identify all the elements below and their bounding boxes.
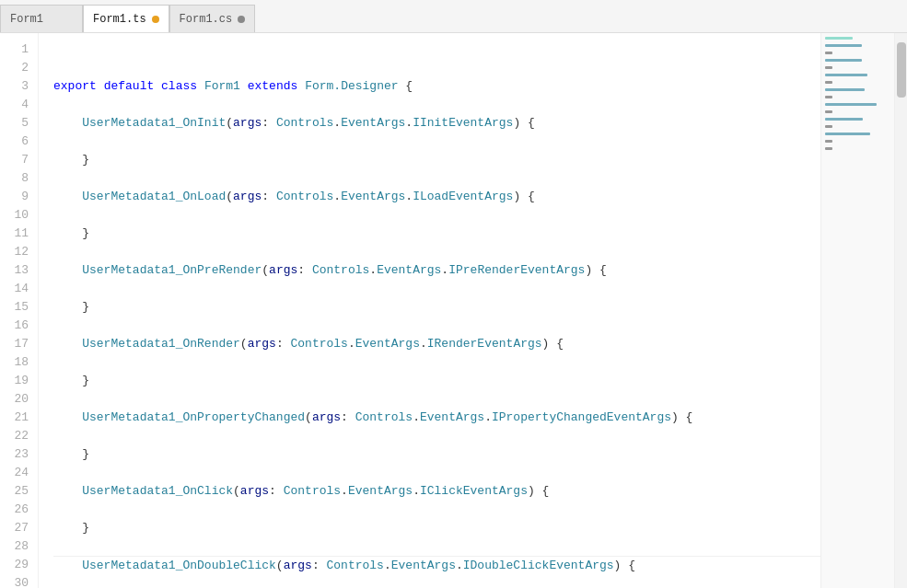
code-line-9: }: [53, 225, 820, 243]
line-number-25: 25: [0, 482, 38, 501]
minimap-line: [825, 59, 862, 62]
minimap-line: [825, 37, 853, 40]
line-number-15: 15: [0, 298, 38, 317]
editor-container: 1234567891011121314151617181920212223242…: [0, 33, 907, 588]
minimap-line: [825, 44, 862, 47]
line-number-27: 27: [0, 519, 38, 537]
line-number-6: 6: [0, 133, 38, 151]
minimap-line: [825, 147, 832, 150]
line-number-2: 2: [0, 59, 38, 77]
line-number-11: 11: [0, 225, 38, 243]
minimap-content: [821, 33, 894, 155]
line-number-1: 1: [0, 40, 38, 59]
tab-bar: Form1 Form1.ts Form1.cs: [0, 0, 907, 33]
code-line-5: }: [53, 151, 820, 169]
code-line-24: [53, 501, 820, 519]
code-line-17: }: [53, 372, 820, 390]
minimap-line: [825, 133, 870, 135]
line-number-8: 8: [0, 169, 38, 188]
code-line-7: UserMetadata1_OnLoad(args: Controls.Even…: [53, 188, 820, 206]
code-line-27: UserMetadata1_OnDoubleClick(args: Contro…: [53, 557, 820, 575]
code-line-4: [53, 133, 820, 151]
code-line-10: [53, 243, 820, 261]
minimap-line: [825, 103, 877, 106]
line-number-28: 28: [0, 537, 38, 556]
code-editor[interactable]: export default class Form1 extends Form.…: [39, 33, 820, 588]
line-number-30: 30: [0, 574, 38, 588]
code-line-2: [53, 96, 820, 114]
code-line-8: [53, 206, 820, 225]
tab-form1-label: Form1: [10, 13, 43, 26]
minimap-line: [825, 140, 832, 143]
line-number-23: 23: [0, 445, 38, 464]
minimap-line: [825, 118, 863, 121]
minimap-line: [825, 81, 832, 84]
code-line-1: export default class Form1 extends Form.…: [53, 77, 820, 96]
line-number-18: 18: [0, 353, 38, 372]
line-number-24: 24: [0, 464, 38, 482]
code-line-22: [53, 464, 820, 482]
code-line-6: [53, 169, 820, 188]
code-line-28: [53, 575, 820, 588]
line-number-20: 20: [0, 390, 38, 409]
line-number-16: 16: [0, 317, 38, 335]
tab-modified-dot: [152, 16, 159, 23]
minimap: [820, 33, 894, 588]
tab-form1ts-label: Form1.ts: [93, 13, 146, 26]
code-line-12: [53, 280, 820, 298]
line-number-19: 19: [0, 372, 38, 390]
tab-form1ts[interactable]: Form1.ts: [83, 5, 169, 32]
minimap-line: [825, 52, 832, 54]
tab-form1[interactable]: Form1: [0, 5, 83, 32]
code-line-18: [53, 390, 820, 409]
line-number-21: 21: [0, 409, 38, 427]
code-line-26: [53, 537, 820, 556]
line-number-22: 22: [0, 427, 38, 445]
line-number-13: 13: [0, 261, 38, 280]
code-line-11: UserMetadata1_OnPreRender(args: Controls…: [53, 261, 820, 280]
minimap-line: [825, 125, 832, 128]
scrollbar[interactable]: [894, 33, 907, 588]
line-number-4: 4: [0, 96, 38, 114]
minimap-line: [825, 96, 832, 98]
code-line-14: [53, 317, 820, 335]
code-line-3: UserMetadata1_OnInit(args: Controls.Even…: [53, 114, 820, 133]
code-line-15: UserMetadata1_OnRender(args: Controls.Ev…: [53, 335, 820, 353]
line-number-10: 10: [0, 206, 38, 225]
minimap-line: [825, 110, 832, 113]
line-number-26: 26: [0, 501, 38, 519]
line-number-3: 3: [0, 77, 38, 96]
line-number-5: 5: [0, 114, 38, 133]
tab-form1cs-label: Form1.cs: [180, 13, 233, 26]
tab-form1cs[interactable]: Form1.cs: [169, 5, 256, 32]
line-number-17: 17: [0, 335, 38, 353]
code-line-25: }: [53, 519, 820, 537]
line-numbers: 1234567891011121314151617181920212223242…: [0, 33, 39, 588]
line-number-9: 9: [0, 188, 38, 206]
tab-dot: [238, 16, 245, 23]
minimap-line: [825, 66, 832, 69]
code-line-16: [53, 353, 820, 372]
line-number-29: 29: [0, 556, 38, 574]
line-number-14: 14: [0, 280, 38, 298]
code-line-23: UserMetadata1_OnClick(args: Controls.Eve…: [53, 482, 820, 501]
code-line-20: [53, 427, 820, 445]
scrollbar-thumb[interactable]: [897, 42, 906, 98]
minimap-line: [825, 74, 867, 76]
line-number-7: 7: [0, 151, 38, 169]
minimap-line: [825, 88, 865, 91]
code-line-13: }: [53, 298, 820, 317]
code-line-21: }: [53, 445, 820, 464]
code-line-19: UserMetadata1_OnPropertyChanged(args: Co…: [53, 409, 820, 427]
line-number-12: 12: [0, 243, 38, 261]
